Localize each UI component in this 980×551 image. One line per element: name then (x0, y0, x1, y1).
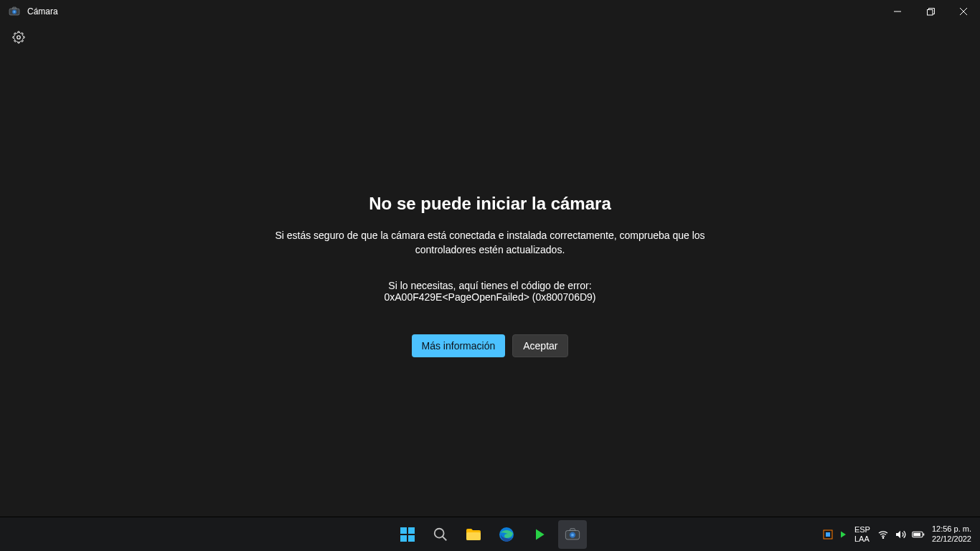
battery-icon (912, 529, 925, 540)
camera-app-window: Cámara No (0, 0, 980, 551)
error-panel: No se puede iniciar la cámara Si estás s… (0, 0, 980, 551)
more-info-button[interactable]: Más información (412, 334, 506, 357)
language-indicator[interactable]: ESP LAA (854, 525, 870, 542)
taskbar-center (393, 520, 587, 549)
taskbar: ESP LAA 12:56 p. m. 22/12/2022 (0, 517, 980, 551)
file-explorer-button[interactable] (459, 520, 488, 549)
taskbar-right: ESP LAA 12:56 p. m. 22/12/2022 (823, 517, 974, 552)
svg-point-18 (882, 537, 883, 538)
svg-marker-19 (896, 530, 900, 538)
tray-app-icon-2[interactable] (839, 530, 847, 539)
search-button[interactable] (426, 520, 455, 549)
wifi-icon (877, 529, 889, 540)
error-buttons: Más información Aceptar (412, 334, 569, 357)
tray-apps (823, 529, 847, 540)
clock-time: 12:56 p. m. (932, 524, 971, 534)
svg-rect-8 (408, 535, 415, 542)
svg-rect-6 (408, 527, 415, 534)
error-code: 0xA00F429E<PageOpenFailed> (0x800706D9) (385, 291, 596, 303)
accept-button[interactable]: Aceptar (512, 334, 568, 357)
svg-line-10 (443, 536, 447, 540)
error-body: Si estás seguro de que la cámara está co… (275, 228, 705, 258)
language-primary: ESP (854, 525, 870, 534)
volume-icon (895, 529, 906, 540)
error-title: No se puede iniciar la cámara (369, 194, 611, 214)
clock[interactable]: 12:56 p. m. 22/12/2022 (932, 524, 974, 543)
svg-rect-22 (913, 532, 920, 536)
camera-taskbar-button[interactable] (558, 520, 587, 549)
svg-rect-21 (923, 533, 925, 535)
start-button[interactable] (393, 520, 422, 549)
edge-browser-button[interactable] (492, 520, 521, 549)
language-secondary: LAA (854, 534, 870, 543)
error-code-label: Si lo necesitas, aquí tienes el código d… (385, 280, 596, 291)
svg-rect-17 (826, 532, 830, 537)
svg-point-9 (435, 528, 444, 537)
svg-rect-11 (466, 532, 481, 540)
svg-point-15 (571, 533, 574, 536)
tray-app-icon-1[interactable] (823, 529, 833, 540)
svg-rect-5 (400, 527, 407, 534)
system-tray[interactable] (877, 529, 925, 540)
svg-rect-7 (400, 535, 407, 542)
clock-date: 22/12/2022 (932, 534, 971, 544)
app-button-1[interactable] (525, 520, 554, 549)
error-code-block: Si lo necesitas, aquí tienes el código d… (385, 267, 596, 303)
